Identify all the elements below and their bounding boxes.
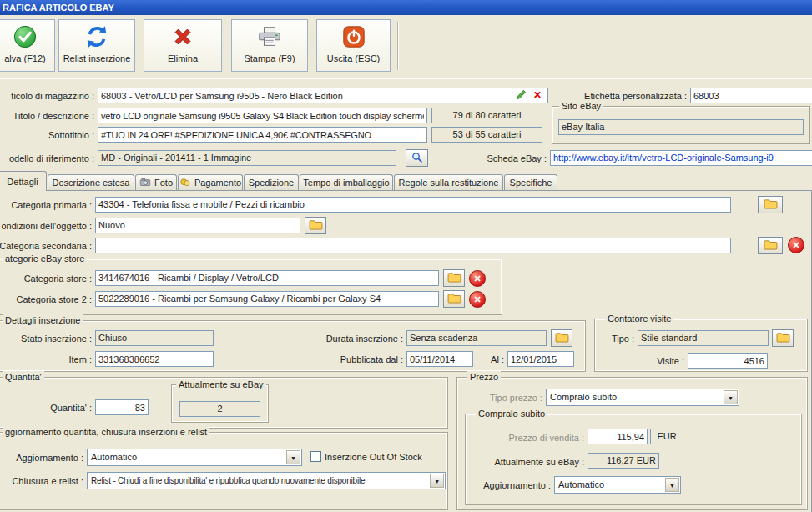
- magazzino-label: ticolo di magazzino :: [0, 89, 94, 103]
- categoria-secondaria-delete-button[interactable]: [788, 237, 804, 253]
- chevron-down-icon[interactable]: [724, 390, 738, 404]
- camera-icon: [139, 177, 151, 189]
- prezzo-aggiornamento-combobox-value: Automatico: [558, 479, 604, 489]
- categoria-store-label: Categoria store :: [0, 272, 92, 285]
- tipo-contatore-label: Tipo :: [576, 332, 634, 345]
- tab-foto-label: Foto: [154, 178, 173, 188]
- toolbar-separator: [397, 22, 398, 70]
- pubblicata-dal-input[interactable]: [406, 351, 473, 367]
- categoria-secondaria-field: [95, 238, 731, 253]
- tab-specifiche[interactable]: Specifiche: [504, 174, 557, 190]
- categorie-store-group-title: ategorie eBay store: [3, 253, 87, 264]
- chevron-down-icon[interactable]: [286, 450, 300, 464]
- scheda-ebay-label: Scheda eBay :: [472, 152, 547, 165]
- out-of-stock-checkbox[interactable]: [310, 451, 321, 462]
- tipo-contatore-folder-button[interactable]: [772, 329, 794, 347]
- tab-spedizione[interactable]: Spedizione: [244, 174, 299, 190]
- categoria-store-folder-button[interactable]: [443, 269, 465, 287]
- tab-descrizione-estesa[interactable]: Descrizione estesa: [48, 174, 134, 190]
- delete-button-label: Elimina: [168, 53, 198, 63]
- prezzo-vendita-label: Prezzo di vendita :: [467, 431, 584, 444]
- search-modello-button[interactable]: [406, 149, 428, 167]
- attualmente-ebay-group-title: Attualmente su eBay: [176, 379, 266, 390]
- prezzo-aggiornamento-combobox[interactable]: Automatico: [554, 476, 681, 494]
- attualmente-ebay-quantita-value: 2: [179, 401, 260, 417]
- tab-spedizione-label: Spedizione: [249, 178, 294, 188]
- categoria-secondaria-label: Categoria secondaria :: [0, 239, 92, 253]
- tipo-prezzo-combobox[interactable]: Compralo subito: [546, 389, 739, 406]
- folder-icon: [447, 293, 461, 305]
- search-icon: [411, 152, 423, 165]
- titolo-char-count: 79 di 80 caratteri: [431, 108, 542, 123]
- folder-icon: [447, 272, 461, 284]
- prezzo-vendita-input[interactable]: [588, 429, 648, 444]
- chevron-down-icon[interactable]: [665, 478, 679, 492]
- edit-pencil-icon[interactable]: [515, 88, 527, 103]
- folder-icon: [555, 332, 569, 344]
- print-button[interactable]: Stampa (F9): [231, 19, 308, 72]
- categoria-store2-field: 5022289016 - Ricambi per Samsung Galaxy …: [95, 291, 439, 307]
- al-label: Al :: [467, 353, 504, 366]
- etichetta-input[interactable]: [690, 88, 812, 103]
- categoria-store2-label: Categoria store 2 :: [0, 293, 92, 306]
- categoria-store2-delete-button[interactable]: [469, 291, 486, 308]
- scheda-ebay-link[interactable]: http://www.ebay.it/itm/vetro-LCD-origina…: [550, 150, 812, 166]
- chiusura-relist-combobox-value: Relist - Chiudi a fine disponibilita' e …: [91, 476, 365, 485]
- tab-dettagli-label: Dettagli: [7, 177, 38, 187]
- categoria-store-delete-button[interactable]: [469, 270, 486, 287]
- visite-input[interactable]: [688, 353, 768, 369]
- tab-specifiche-label: Specifiche: [510, 178, 552, 188]
- durata-folder-button[interactable]: [551, 329, 572, 347]
- anagrafica-articolo-ebay-window: RAFICA ARTICOLO EBAY alva (F12) Relist i…: [0, 0, 812, 512]
- sottotitolo-char-count: 53 di 55 caratteri: [431, 127, 542, 143]
- item-input[interactable]: [95, 351, 214, 367]
- tab-descrizione-label: Descrizione estesa: [53, 178, 130, 188]
- pubblicata-dal-label: Pubblicata dal :: [292, 353, 403, 366]
- relist-button[interactable]: Relist inserzione: [58, 19, 135, 72]
- delete-button[interactable]: Elimina: [144, 19, 222, 72]
- prezzo-vendita-currency: EUR: [650, 429, 683, 444]
- compralo-subito-group-title: Compralo subito: [476, 408, 547, 419]
- quantita-input[interactable]: [95, 399, 149, 415]
- exit-icon: [341, 24, 366, 51]
- condizioni-label: ondizioni dell'oggetto :: [0, 219, 92, 233]
- chiusura-relist-label: Chiusura e relist :: [0, 474, 83, 488]
- folder-icon: [764, 198, 778, 211]
- tab-foto[interactable]: Foto: [135, 174, 177, 190]
- coins-icon: [179, 177, 191, 189]
- al-input[interactable]: [507, 351, 574, 367]
- chiusura-relist-combobox[interactable]: Relist - Chiudi a fine disponibilita' e …: [87, 472, 446, 489]
- dettagli-inserzione-group-title: Dettagli inserzione: [3, 314, 83, 326]
- exit-button[interactable]: Uscita (ESC): [316, 19, 391, 72]
- tab-tempo-imballaggio[interactable]: Tempo di imballaggio: [300, 174, 393, 190]
- condizioni-folder-button[interactable]: [305, 217, 326, 234]
- tab-pagamento[interactable]: Pagamento: [178, 174, 243, 190]
- clear-magazzino-icon[interactable]: [533, 88, 547, 102]
- folder-icon: [309, 219, 323, 232]
- tab-regole-label: Regole sulla restituzione: [399, 178, 499, 188]
- titolo-input[interactable]: [98, 108, 427, 123]
- tab-dettagli[interactable]: Dettagli: [0, 171, 47, 191]
- prezzo-aggiornamento-label: Aggiornamento :: [446, 479, 551, 492]
- categoria-store2-folder-button[interactable]: [443, 290, 465, 308]
- print-icon: [257, 24, 282, 51]
- sottotitolo-label: Sottotitolo :: [0, 128, 94, 142]
- magazzino-input[interactable]: [98, 88, 548, 103]
- visite-label: Visite :: [613, 354, 684, 368]
- toolbar: alva (F12) Relist inserzione Elimina Sta…: [0, 15, 812, 78]
- exit-button-label: Uscita (ESC): [327, 53, 381, 63]
- categoria-secondaria-folder-button[interactable]: [758, 237, 783, 254]
- categoria-store-field: 3414674016 - Ricambi / Display / Vetro/L…: [95, 270, 439, 286]
- title-bar[interactable]: RAFICA ARTICOLO EBAY: [0, 0, 812, 15]
- stato-inserzione-value: Chiuso: [95, 330, 214, 346]
- relist-icon: [84, 24, 109, 51]
- tab-regole-restituzione[interactable]: Regole sulla restituzione: [394, 174, 503, 190]
- tab-tempo-label: Tempo di imballaggio: [303, 178, 389, 188]
- sottotitolo-input[interactable]: [98, 127, 427, 143]
- folder-icon: [776, 332, 790, 344]
- chevron-down-icon[interactable]: [430, 474, 444, 488]
- folder-icon: [764, 239, 778, 252]
- categoria-primaria-folder-button[interactable]: [758, 196, 783, 213]
- save-button[interactable]: alva (F12): [0, 19, 55, 72]
- aggiornamento-combobox[interactable]: Automatico: [87, 449, 302, 466]
